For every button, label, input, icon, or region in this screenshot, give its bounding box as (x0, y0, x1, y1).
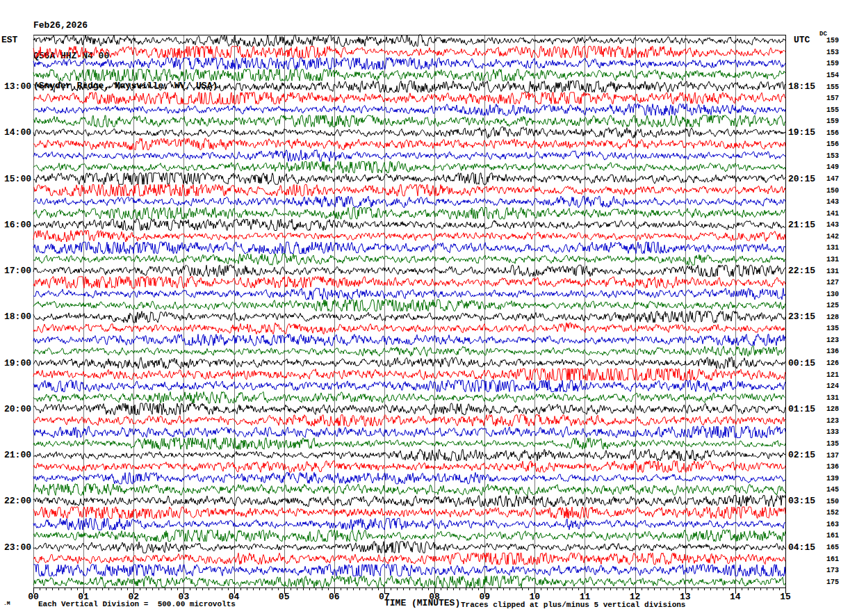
seismogram-trace-row (33, 219, 785, 230)
dc-value: 128 (805, 406, 839, 413)
dc-value: 127 (805, 279, 839, 286)
dc-value: 130 (805, 291, 839, 298)
seismogram-trace-row (33, 553, 785, 564)
seismogram-trace-row (33, 70, 785, 81)
dc-value: 139 (805, 476, 839, 483)
dc-value: 131 (805, 395, 839, 402)
x-axis-title: TIME (MINUTES) (384, 598, 460, 608)
seismogram-plot (0, 0, 841, 616)
seismogram-trace-row (33, 47, 785, 58)
seismogram-trace-row (33, 438, 785, 449)
seismogram-trace-row (33, 138, 785, 149)
dc-value: 165 (805, 544, 839, 551)
helicorder-screen: Feb26,2026 Q56A HHZ N4 00 (Snyder Ridge,… (0, 0, 841, 616)
dc-value: 133 (805, 429, 839, 436)
x-axis-tick-label: 05 (274, 592, 295, 602)
left-hour-label: 21:00 (0, 451, 31, 460)
dc-value: 149 (805, 164, 839, 171)
seismogram-trace-row (33, 254, 785, 265)
watermark-glyph: .M (3, 600, 10, 606)
seismogram-trace-row (33, 323, 785, 334)
seismogram-trace-row (33, 35, 785, 46)
left-hour-label: 23:00 (0, 543, 31, 552)
seismogram-trace-row (33, 392, 785, 403)
dc-value: 131 (805, 257, 839, 264)
dc-value: 131 (805, 245, 839, 252)
dc-value: 135 (805, 325, 839, 332)
dc-value: 159 (805, 60, 839, 67)
dc-value: 135 (805, 441, 839, 448)
x-axis-tick-label: 15 (775, 592, 796, 602)
seismogram-trace-row (33, 277, 785, 288)
seismogram-trace-row (33, 496, 785, 507)
seismogram-trace-row (33, 346, 785, 356)
dc-value: 142 (805, 234, 839, 241)
dc-value: 152 (805, 510, 839, 517)
seismogram-trace-row (33, 449, 785, 460)
dc-value: 153 (805, 153, 839, 160)
x-axis-tick-label: 06 (324, 592, 345, 602)
dc-value: 123 (805, 418, 839, 425)
left-hour-label: 22:00 (0, 496, 31, 505)
seismogram-trace-row (33, 161, 785, 172)
seismogram-trace-row (33, 81, 785, 92)
seismogram-trace-row (33, 426, 785, 437)
seismogram-trace-row (33, 484, 785, 495)
seismogram-trace-row (33, 542, 785, 553)
seismogram-trace-row (33, 104, 785, 115)
left-hour-label: 14:00 (0, 128, 31, 137)
dc-value: 141 (805, 211, 839, 218)
dc-value: 147 (805, 176, 839, 183)
dc-value: 143 (805, 222, 839, 229)
seismogram-trace-row (33, 92, 785, 104)
clipping-note: Traces clipped at plus/minus 5 vertical … (461, 601, 685, 609)
dc-value: 154 (805, 72, 839, 79)
seismogram-trace-row (33, 311, 785, 323)
seismogram-trace-row (33, 415, 785, 426)
dc-value: 136 (805, 464, 839, 471)
x-axis-tick-label: 14 (725, 592, 746, 602)
dc-value: 126 (805, 360, 839, 367)
dc-value: 128 (805, 314, 839, 321)
left-hour-label: 19:00 (0, 359, 31, 368)
dc-value: 159 (805, 38, 839, 44)
seismogram-trace-row (33, 380, 785, 391)
seismogram-trace-row (33, 289, 785, 300)
dc-value: 156 (805, 130, 839, 137)
seismogram-trace-row (33, 530, 785, 541)
seismogram-trace-row (33, 231, 785, 242)
left-hour-label: 16:00 (0, 220, 31, 229)
dc-value: 143 (805, 199, 839, 206)
left-hour-label: 17:00 (0, 266, 31, 275)
seismogram-trace-row (33, 184, 785, 195)
seismogram-trace-row (33, 334, 785, 346)
left-hour-label: 18:00 (0, 312, 31, 321)
dc-value: 121 (805, 372, 839, 379)
seismogram-trace-row (33, 403, 785, 414)
seismogram-trace-row (33, 565, 785, 576)
dc-value: 157 (805, 95, 839, 102)
dc-value: 155 (805, 84, 839, 91)
dc-value: 145 (805, 487, 839, 494)
seismogram-trace-row (33, 115, 785, 127)
dc-value: 131 (805, 268, 839, 275)
seismogram-trace-row (33, 150, 785, 161)
seismogram-trace-row (33, 368, 785, 380)
seismogram-trace-row (33, 507, 785, 518)
dc-value: 125 (805, 302, 839, 309)
dc-value: 136 (805, 348, 839, 355)
seismogram-trace-row (33, 576, 785, 587)
seismogram-trace-row (33, 127, 785, 138)
seismogram-trace-row (33, 461, 785, 472)
seismogram-trace-row (33, 242, 785, 253)
seismogram-trace-row (33, 208, 785, 219)
seismogram-trace-row (33, 473, 785, 484)
dc-value: 161 (805, 556, 839, 563)
dc-value: 153 (805, 49, 839, 56)
dc-value: 123 (805, 337, 839, 344)
dc-value: 159 (805, 118, 839, 125)
left-hour-label: 15:00 (0, 175, 31, 184)
dc-value: 137 (805, 453, 839, 460)
dc-value: 150 (805, 499, 839, 505)
seismogram-trace-row (33, 196, 785, 207)
